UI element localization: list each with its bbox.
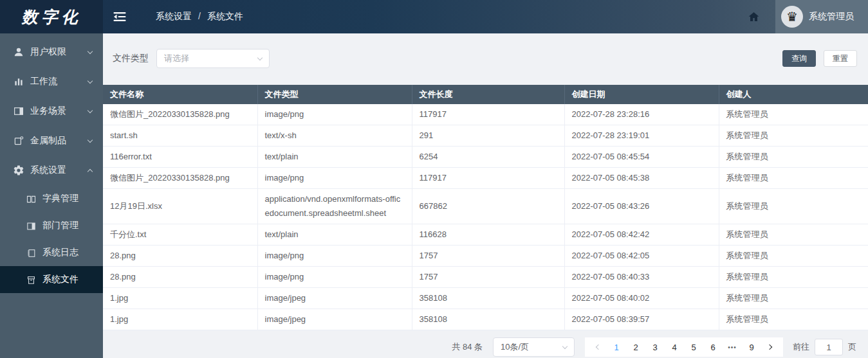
page-button-9[interactable]: 9	[742, 343, 761, 352]
table-row: 1.jpgimage/jpeg3581082022-07-05 08:39:57…	[103, 309, 868, 330]
table-cell: 系统管理员	[719, 246, 868, 267]
table-cell: image/jpeg	[257, 309, 412, 330]
table-cell: 千分位.txt	[103, 224, 257, 246]
table-row: 1.jpgimage/jpeg3581082022-07-05 08:40:02…	[103, 288, 868, 309]
sidebar-subitem-label: 部门管理	[42, 220, 92, 231]
pager-ellipsis[interactable]: •••	[723, 344, 742, 351]
sidebar-subitem-0[interactable]: 字典管理	[0, 185, 103, 212]
table-cell: 微信图片_20220330135828.png	[103, 104, 257, 125]
pager: 123456•••9	[585, 337, 783, 357]
prev-page-button[interactable]	[590, 345, 607, 349]
product-icon	[13, 135, 24, 147]
scene-icon	[13, 105, 24, 117]
pagination-bar: 共 84 条 10条/页 123456•••9 前往 页	[103, 337, 856, 357]
sidebar-collapse-icon[interactable]	[112, 9, 127, 24]
table-row: 千分位.txttext/plain1166282022-07-05 08:42:…	[103, 224, 868, 246]
breadcrumb-separator: /	[198, 11, 201, 22]
table-cell: image/png	[257, 267, 412, 288]
sidebar-item-4[interactable]: 系统设置	[0, 156, 103, 185]
table-row: 12月19日.xlsxapplication/vnd.openxmlformat…	[103, 189, 868, 224]
page-button-6[interactable]: 6	[703, 343, 723, 352]
chevron-left-icon	[596, 345, 601, 350]
table-cell: 358108	[412, 309, 564, 330]
sidebar-item-label: 用户权限	[30, 46, 88, 58]
breadcrumb-item-files: 系统文件	[207, 11, 243, 22]
log-icon	[26, 247, 37, 258]
table-cell: 系统管理员	[719, 125, 868, 147]
page-button-3[interactable]: 3	[645, 343, 665, 352]
home-icon[interactable]	[746, 10, 761, 24]
chevron-down-icon	[562, 343, 568, 348]
sidebar-item-2[interactable]: 业务场景	[0, 96, 103, 126]
sidebar-subitem-1[interactable]: 部门管理	[0, 212, 103, 239]
table-cell: image/jpeg	[257, 288, 412, 309]
table-cell: text/x-sh	[257, 125, 412, 147]
files-table: 文件名称文件类型文件长度创建日期创建人 微信图片_20220330135828.…	[103, 85, 868, 330]
page-button-5[interactable]: 5	[684, 343, 703, 352]
gear-icon	[13, 165, 24, 176]
goto-label: 前往	[793, 341, 809, 353]
chevron-down-icon	[88, 107, 93, 112]
breadcrumb-item-settings[interactable]: 系统设置	[156, 11, 192, 22]
page-button-4[interactable]: 4	[665, 343, 684, 352]
top-navbar: 数字化 系统设置 / 系统文件	[0, 0, 868, 33]
page-button-1[interactable]: 1	[607, 343, 626, 352]
sidebar-item-label: 金属制品	[30, 135, 88, 147]
file-type-label: 文件类型	[113, 53, 149, 64]
table-cell: 2022-07-05 08:42:42	[564, 224, 719, 246]
table-cell: 系统管理员	[719, 189, 868, 224]
chevron-down-icon	[88, 48, 93, 53]
table-cell: 1.jpg	[103, 288, 257, 309]
sidebar-subitem-label: 字典管理	[42, 193, 92, 204]
sidebar-subitem-label: 系统日志	[42, 247, 92, 258]
sidebar-subitem-3[interactable]: 系统文件	[0, 266, 103, 293]
table-cell: 系统管理员	[719, 104, 868, 125]
file-type-select-placeholder: 请选择	[164, 53, 189, 64]
user-menu[interactable]: ♛ 系统管理员	[775, 0, 868, 33]
table-cell: 系统管理员	[719, 309, 868, 330]
table-cell: 2022-07-05 08:45:38	[564, 168, 719, 189]
table-cell: 2022-07-05 08:39:57	[564, 309, 719, 330]
sidebar-subitem-2[interactable]: 系统日志	[0, 239, 103, 266]
total-count: 共 84 条	[452, 341, 483, 353]
table-cell: 117917	[412, 168, 564, 189]
page-size-select[interactable]: 10条/页	[493, 337, 575, 357]
table-cell: 2022-07-05 08:40:33	[564, 267, 719, 288]
table-cell: 6254	[412, 147, 564, 168]
navbar-main: 系统设置 / 系统文件	[103, 0, 775, 33]
table-cell: 667862	[412, 189, 564, 224]
table-cell: 系统管理员	[719, 288, 868, 309]
page-button-2[interactable]: 2	[626, 343, 645, 352]
dictionary-icon	[26, 193, 37, 204]
search-button[interactable]: 查询	[782, 50, 816, 67]
sidebar-item-1[interactable]: 工作流	[0, 67, 103, 96]
table-cell: 系统管理员	[719, 168, 868, 189]
reset-button[interactable]: 重置	[824, 50, 857, 67]
chevron-down-icon	[88, 78, 93, 83]
table-row: 微信图片_20220330135828.pngimage/png11791720…	[103, 168, 868, 189]
column-header: 文件类型	[257, 85, 412, 104]
table-cell: 系统管理员	[719, 267, 868, 288]
sidebar-item-3[interactable]: 金属制品	[0, 126, 103, 156]
sidebar-item-label: 工作流	[30, 76, 88, 87]
sidebar-item-0[interactable]: 用户权限	[0, 37, 103, 67]
table-cell: text/plain	[257, 147, 412, 168]
app-logo[interactable]: 数字化	[0, 0, 103, 33]
table-cell: 2022-07-28 23:19:01	[564, 125, 719, 147]
sidebar: 用户权限工作流业务场景金属制品系统设置字典管理部门管理系统日志系统文件	[0, 33, 103, 358]
next-page-button[interactable]	[761, 345, 778, 349]
workflow-icon	[13, 76, 24, 87]
column-header: 创建人	[719, 85, 868, 104]
table-cell: 2022-07-28 23:28:16	[564, 104, 719, 125]
file-type-select[interactable]: 请选择	[156, 49, 270, 68]
avatar: ♛	[781, 6, 803, 28]
column-header: 文件名称	[103, 85, 257, 104]
table-cell: start.sh	[103, 125, 257, 147]
chevron-up-icon	[88, 168, 93, 174]
chevron-right-icon	[767, 345, 772, 350]
page-size-value: 10条/页	[501, 341, 529, 353]
table-cell: 28.png	[103, 267, 257, 288]
table-cell: 系统管理员	[719, 147, 868, 168]
table-row: 28.pngimage/png17572022-07-05 08:42:05系统…	[103, 246, 868, 267]
goto-page-input[interactable]	[815, 339, 843, 355]
